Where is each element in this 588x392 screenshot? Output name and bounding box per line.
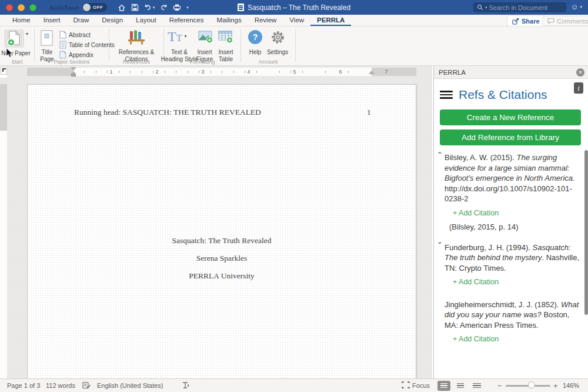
text-cursor-icon[interactable] — [181, 381, 189, 391]
tab-review[interactable]: Review — [248, 15, 283, 26]
table-of-contents-button[interactable]: Table of Contents — [59, 41, 115, 49]
insert-table-button[interactable] — [218, 31, 233, 46]
collapse-chevron-icon[interactable]: ˆ — [438, 153, 442, 160]
running-head[interactable]: Running head: SASQUATCH: THE TRUTH REVEA… — [74, 108, 261, 117]
document-page[interactable]: Running head: SASQUATCH: THE TRUTH REVEA… — [27, 84, 416, 378]
close-window-button[interactable] — [6, 4, 13, 11]
menu-icon[interactable] — [440, 91, 453, 99]
help-button[interactable]: ? — [248, 30, 262, 44]
autosave-toggle-knob — [83, 4, 91, 11]
zoom-slider-handle[interactable] — [528, 381, 535, 388]
citation-entry[interactable]: (Bilsley, 2015, p. 14) — [449, 222, 581, 232]
tab-mailings[interactable]: Mailings — [210, 15, 248, 26]
tab-view[interactable]: View — [283, 15, 310, 26]
autosave-toggle[interactable]: OFF — [82, 3, 107, 12]
paper-author[interactable]: Serena Sparkles — [28, 254, 416, 263]
tab-insert[interactable]: Insert — [37, 15, 67, 26]
new-paper-chevron-icon[interactable]: ▾ — [26, 31, 28, 36]
tab-references[interactable]: References — [163, 15, 211, 26]
add-citation-link[interactable]: + Add Citation — [453, 334, 581, 345]
feedback-chevron-icon[interactable]: ▾ — [580, 5, 582, 9]
share-icon — [512, 18, 519, 25]
add-reference-from-library-button[interactable]: Add Reference from Library — [440, 129, 581, 145]
text-heading-style-button[interactable]: TT ▾ — [168, 29, 186, 44]
quick-access-toolbar: ▾ ▾ — [118, 4, 189, 12]
zoom-out-button[interactable]: − — [497, 381, 502, 390]
left-indent-marker[interactable] — [71, 74, 76, 77]
reference-item[interactable]: Jingleheimerschmidt, J. J. (1852). What … — [440, 300, 581, 345]
paper-title[interactable]: Sasquatch: The Truth Revealed — [28, 236, 416, 245]
minimize-window-button[interactable] — [18, 4, 25, 11]
paper-affiliation[interactable]: PERRLA University — [28, 271, 416, 281]
ribbon: ▾ New Paper Start Title Page Abstract Ta… — [0, 26, 588, 66]
toolbar-chevron-icon[interactable]: ▾ — [186, 5, 189, 9]
focus-icon[interactable] — [402, 381, 410, 390]
ruler-number: 6 — [339, 69, 342, 75]
search-input[interactable] — [489, 4, 557, 11]
horizontal-ruler[interactable]: 1 2 3 4 5 6 7 — [7, 66, 432, 78]
insert-figure-button[interactable] — [198, 31, 213, 46]
vertical-ruler[interactable] — [0, 78, 7, 378]
home-icon[interactable] — [118, 4, 126, 12]
undo-chevron-icon[interactable]: ▾ — [153, 5, 155, 9]
tab-stop-icon — [2, 68, 6, 72]
text-heading-style-chevron-icon[interactable]: ▾ — [184, 34, 186, 39]
create-new-reference-button[interactable]: Create a New Reference — [440, 109, 581, 125]
group-label-references: References — [109, 59, 163, 65]
title-page-icon — [41, 30, 53, 46]
language-status[interactable]: English (United States) — [97, 382, 163, 389]
print-icon[interactable] — [173, 4, 181, 11]
add-citation-link[interactable]: + Add Citation — [453, 208, 581, 219]
reference-item[interactable]: ˆ Bilsley, A. W. (2015). The surging evi… — [440, 152, 581, 232]
settings-button[interactable] — [270, 30, 285, 47]
web-layout-view-button[interactable] — [454, 381, 467, 391]
add-citation-link[interactable]: + Add Citation — [453, 277, 581, 288]
references-citations-button[interactable] — [109, 29, 163, 45]
reference-text: Bilsley, A. W. (2015). The surging evide… — [445, 153, 575, 203]
zoom-percentage[interactable]: 146% — [563, 382, 579, 389]
word-count-status[interactable]: 112 words — [46, 382, 75, 389]
ruler-number: 1 — [109, 69, 112, 75]
zoom-in-button[interactable]: + — [553, 381, 558, 390]
panel-close-icon[interactable]: ✕ — [576, 68, 584, 77]
document-canvas[interactable]: Running head: SASQUATCH: THE TRUTH REVEA… — [7, 78, 432, 378]
abstract-button[interactable]: Abstract — [59, 31, 91, 39]
panel-scrollbar[interactable] — [584, 150, 588, 315]
tab-design[interactable]: Design — [95, 15, 129, 26]
share-label: Share — [522, 18, 540, 25]
search-scope-chevron-icon[interactable]: ▾ — [485, 5, 487, 9]
title-page-button[interactable] — [41, 30, 53, 48]
spellcheck-icon[interactable] — [82, 381, 91, 390]
tab-draw[interactable]: Draw — [66, 15, 95, 26]
undo-icon[interactable]: ▾ — [144, 4, 155, 11]
print-layout-view-button[interactable] — [437, 381, 450, 391]
focus-button[interactable]: Focus — [412, 382, 430, 389]
autosave-control[interactable]: AutoSave OFF — [49, 3, 107, 12]
expand-chevron-icon[interactable]: ˇ — [438, 243, 442, 250]
reference-text: Funderburg, J. H. (1994). Sasquatch: The… — [445, 243, 579, 273]
feedback-smiley-icon[interactable]: ☺ — [570, 3, 578, 11]
tab-stop-selector[interactable] — [1, 67, 7, 75]
reference-item[interactable]: ˇ Funderburg, J. H. (1994). Sasquatch: T… — [440, 242, 581, 288]
comments-button[interactable]: Comments — [542, 16, 588, 26]
new-paper-button[interactable] — [4, 29, 24, 48]
tab-perrla[interactable]: PERRLA — [310, 15, 351, 26]
appendix-button[interactable]: Appendix — [59, 51, 93, 59]
save-icon[interactable] — [131, 4, 139, 11]
right-indent-marker[interactable] — [369, 71, 375, 74]
tab-layout[interactable]: Layout — [129, 15, 163, 26]
outline-view-button[interactable] — [470, 381, 483, 391]
search-box[interactable]: ▾ — [473, 2, 566, 12]
page-count-status[interactable]: Page 1 of 3 — [7, 382, 40, 389]
first-line-indent-marker[interactable] — [71, 67, 76, 71]
share-button[interactable]: Share — [507, 16, 544, 26]
zoom-window-button[interactable] — [29, 4, 36, 11]
tab-home[interactable]: Home — [6, 15, 37, 26]
ribbon-group-account: ? Help Settings Account — [241, 26, 295, 66]
ribbon-tabs: Home Insert Draw Design Layout Reference… — [0, 15, 588, 26]
info-button[interactable]: i — [574, 82, 583, 94]
titlebar: AutoSave OFF ▾ ▾ Sasquatch – The Truth R… — [0, 0, 588, 15]
group-label-paper-sections: Paper Sections — [35, 59, 109, 65]
window-controls — [6, 4, 36, 11]
redo-icon[interactable] — [160, 4, 168, 11]
